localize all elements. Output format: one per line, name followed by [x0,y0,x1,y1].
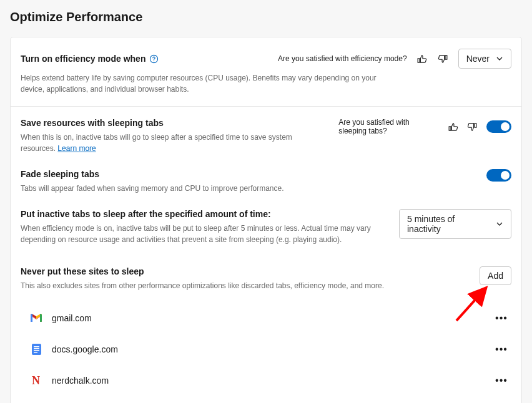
svg-rect-4 [34,348,39,349]
efficiency-select-value: Never [466,54,490,64]
settings-panel: Turn on efficiency mode when Are you sat… [10,37,522,403]
more-icon[interactable]: ••• [493,372,510,389]
chevron-down-icon [496,55,503,62]
sleeping-tabs-section: Save resources with sleeping tabs When t… [11,107,521,403]
toggle-knob [501,171,510,180]
site-row: gmail.com ••• [21,303,511,334]
more-icon[interactable]: ••• [493,341,510,358]
sleeping-feedback-text: Are you satisfied with sleeping tabs? [338,118,439,135]
svg-rect-6 [34,352,37,353]
site-row: wordpress.com ••• [21,396,511,403]
site-list: gmail.com ••• docs.google.com ••• [21,303,511,403]
never-sleep-title-text: Never put these sites to sleep [21,266,144,276]
svg-text:N: N [32,376,40,386]
sleeping-tabs-toggle[interactable] [486,120,511,133]
site-name: gmail.com [52,313,493,323]
svg-rect-5 [34,350,39,351]
fade-title: Fade sleeping tabs [21,169,284,179]
toggle-knob [501,122,510,131]
more-icon[interactable]: ••• [493,309,510,327]
svg-point-1 [154,60,154,61]
add-site-button[interactable]: Add [480,266,511,285]
inactive-title: Put inactive tabs to sleep after the spe… [21,209,387,219]
efficiency-feedback-text: Are you satisfied with efficiency mode? [278,54,407,63]
inactive-desc: When efficiency mode is on, inactive tab… [21,223,387,245]
fade-desc: Tabs will appear faded when saving memor… [21,183,284,194]
learn-more-link[interactable]: Learn more [57,144,96,153]
sleeping-desc: When this is on, inactive tabs will go t… [21,132,326,154]
efficiency-desc: Helps extend battery life by saving comp… [21,72,395,95]
sleep-time-value: 5 minutes of inactivity [407,214,490,234]
docs-icon [31,344,42,355]
thumbs-up-icon[interactable] [448,120,458,133]
site-row: docs.google.com ••• [21,334,511,365]
chevron-down-icon [496,220,503,228]
gmail-icon [31,313,42,324]
thumbs-up-icon[interactable] [416,52,428,65]
thumbs-down-icon[interactable] [467,120,478,133]
efficiency-title: Turn on efficiency mode when [21,54,159,64]
inactive-title-text: Put inactive tabs to sleep after the spe… [21,209,271,219]
never-sleep-title: Never put these sites to sleep [21,266,384,276]
fade-title-text: Fade sleeping tabs [21,169,99,179]
fade-tabs-toggle[interactable] [486,169,511,182]
svg-rect-2 [32,344,41,355]
efficiency-mode-select[interactable]: Never [458,49,511,69]
never-sleep-desc: This also excludes sites from other perf… [21,280,384,291]
efficiency-mode-section: Turn on efficiency mode when Are you sat… [11,37,521,107]
sleeping-title-text: Save resources with sleeping tabs [21,118,164,128]
svg-rect-3 [34,346,39,347]
efficiency-title-text: Turn on efficiency mode when [21,54,145,64]
nerdchalk-icon: N [31,375,42,386]
site-row: N nerdchalk.com ••• [21,365,511,396]
help-icon[interactable] [149,54,159,64]
sleep-time-select[interactable]: 5 minutes of inactivity [399,209,511,239]
page-title: Optimize Performance [10,10,522,24]
site-name: nerdchalk.com [52,376,493,386]
site-name: docs.google.com [52,344,493,354]
sleeping-title: Save resources with sleeping tabs [21,118,326,128]
thumbs-down-icon[interactable] [437,52,450,65]
